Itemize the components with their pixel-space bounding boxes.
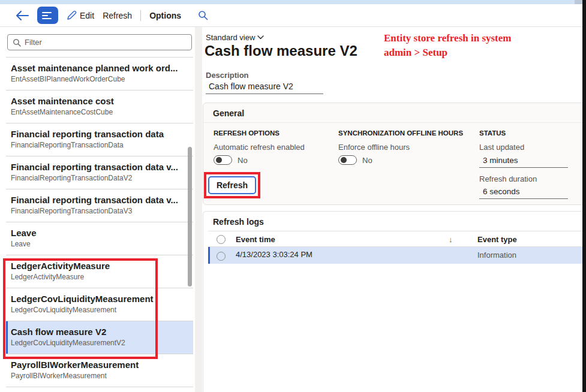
general-section: General REFRESH OPTIONS Automatic refres…: [203, 102, 585, 205]
list-item[interactable]: Leave Leave: [6, 222, 193, 255]
list-item-selected[interactable]: Cash flow measure V2 LedgerCovLiquidityM…: [6, 321, 193, 354]
refresh-menu-button[interactable]: Refresh: [103, 11, 132, 20]
list-item-title: Leave: [11, 227, 191, 239]
back-arrow-icon: [16, 11, 29, 20]
automatic-refresh-toggle[interactable]: [214, 155, 232, 165]
list-item-subtitle: LedgerActivityMeasure: [11, 272, 191, 282]
measure-list: Asset maintenance planned work ord... En…: [6, 57, 193, 387]
list-item[interactable]: Financial reporting transaction data v..…: [6, 156, 193, 189]
list-item-title: Financial reporting transaction data: [11, 128, 191, 140]
description-field[interactable]: Cash flow measure V2: [209, 82, 293, 91]
row-radio[interactable]: [217, 252, 226, 261]
last-updated-label: Last updated: [479, 143, 524, 152]
sync-offline-header: SYNCHRONIZATION OFFLINE HOURS: [338, 129, 463, 137]
description-label: Description: [206, 71, 249, 80]
event-time-column-header[interactable]: Event time: [236, 235, 275, 244]
menu-lines-icon: [42, 12, 58, 13]
list-item-subtitle: EntAssetBIPlannedWorkOrderCube: [11, 74, 191, 85]
refresh-options-header: REFRESH OPTIONS: [214, 129, 280, 137]
list-item-subtitle: Leave: [11, 239, 191, 249]
list-item-subtitle: LedgerCovLiquidityMeasurementV2: [11, 338, 191, 348]
last-updated-value: 3 minutes: [483, 156, 518, 165]
automatic-refresh-label: Automatic refresh enabled: [214, 143, 305, 152]
toolbar-separator: [140, 10, 141, 21]
list-item-title: PayrollBIWorkerMeasurement: [11, 359, 191, 371]
enforce-offline-label: Enforce offline hours: [338, 143, 410, 152]
list-item[interactable]: Asset maintenance cost EntAssetMaintenan…: [6, 91, 193, 123]
refresh-duration-underline: [479, 198, 568, 199]
list-item-title: LedgerActivityMeasure: [11, 260, 191, 272]
view-selector-label: Standard view: [206, 33, 255, 42]
list-item[interactable]: LedgerCovLiquidityMeasurement LedgerCovL…: [6, 288, 193, 321]
view-selector-dropdown[interactable]: Standard view: [206, 33, 264, 42]
list-item-title: Asset maintenance cost: [11, 95, 191, 107]
options-button[interactable]: Options: [149, 11, 181, 20]
edit-button[interactable]: Edit: [67, 10, 94, 20]
window-top-strip-end: [575, 0, 582, 4]
sort-descending-icon: ↓: [449, 235, 453, 244]
logs-header-row: Event time ↓ Event type: [208, 231, 584, 247]
search-icon: [198, 10, 208, 20]
general-section-title: General: [203, 103, 584, 123]
list-item-subtitle: LedgerCovLiquidityMeasurement: [11, 305, 191, 315]
list-item[interactable]: Financial reporting transaction data v..…: [6, 189, 193, 222]
event-type-cell: Information: [477, 251, 516, 260]
list-item-subtitle: FinancialReportingTransactionData: [11, 140, 191, 150]
filter-placeholder: Filter: [25, 38, 42, 47]
refresh-logs-table: Event time ↓ Event type 4/13/2023 3:03:2…: [208, 231, 584, 264]
refresh-logs-title: Refresh logs: [203, 212, 584, 231]
chevron-down-icon: [257, 35, 264, 40]
event-type-column-header[interactable]: Event type: [477, 235, 517, 244]
action-toolbar: Edit Refresh Options: [0, 4, 582, 27]
select-all-radio[interactable]: [217, 235, 226, 244]
filter-input[interactable]: Filter: [7, 34, 192, 50]
list-item[interactable]: Financial reporting transaction data Fin…: [6, 123, 193, 156]
navigation-pane-button[interactable]: [37, 7, 58, 24]
list-item-title: Asset maintenance planned work ord...: [11, 62, 191, 74]
list-item[interactable]: LedgerActivityMeasure LedgerActivityMeas…: [6, 255, 193, 288]
panel-divider: [195, 27, 202, 392]
log-row[interactable]: 4/13/2023 3:03:24 PM Information: [208, 247, 584, 264]
back-button[interactable]: [16, 11, 29, 20]
refresh-label: Refresh: [103, 11, 132, 20]
list-item-subtitle: FinancialReportingTransactionDataV2: [11, 173, 191, 183]
annotation-text: Entity store refresh in system admin > S…: [384, 31, 582, 60]
refresh-duration-label: Refresh duration: [479, 174, 537, 183]
window-top-strip: [0, 0, 575, 4]
toggle-knob-icon: [341, 157, 347, 163]
filter-search-icon: [13, 38, 21, 47]
screenshot-right-edge: [582, 0, 586, 392]
list-item[interactable]: Asset maintenance planned work ord... En…: [6, 58, 193, 91]
list-item-subtitle: FinancialReportingTransactionDataV3: [11, 206, 191, 216]
last-updated-underline: [479, 167, 568, 168]
list-item-title: Cash flow measure V2: [11, 326, 191, 338]
description-field-underline: [206, 94, 323, 94]
refresh-button[interactable]: Refresh: [208, 176, 256, 194]
refresh-duration-value: 6 seconds: [483, 187, 520, 196]
pencil-icon: [67, 10, 77, 20]
list-scrollbar-thumb[interactable]: [188, 147, 192, 287]
list-item-subtitle: EntAssetMaintenanceCostCube: [11, 107, 191, 117]
edit-label: Edit: [80, 11, 94, 20]
page-title: Cash flow measure V2: [205, 43, 357, 59]
list-item-subtitle: PayrollBIWorkerMeasurement: [11, 371, 191, 381]
list-item-title: Financial reporting transaction data v..…: [11, 194, 191, 206]
enforce-offline-toggle[interactable]: [338, 155, 357, 165]
status-header: STATUS: [479, 129, 506, 137]
list-item[interactable]: PayrollBIWorkerMeasurement PayrollBIWork…: [6, 354, 193, 387]
refresh-logs-section: Refresh logs Event time ↓ Event type 4/1…: [203, 211, 585, 392]
options-label: Options: [149, 11, 181, 20]
automatic-refresh-value: No: [238, 156, 248, 165]
toolbar-search-button[interactable]: [198, 10, 208, 20]
enforce-offline-value: No: [362, 156, 372, 165]
event-time-cell: 4/13/2023 3:03:24 PM: [236, 250, 312, 259]
list-item-title: Financial reporting transaction data v..…: [11, 161, 191, 173]
list-item-title: LedgerCovLiquidityMeasurement: [11, 293, 191, 305]
toggle-knob-icon: [216, 157, 222, 163]
